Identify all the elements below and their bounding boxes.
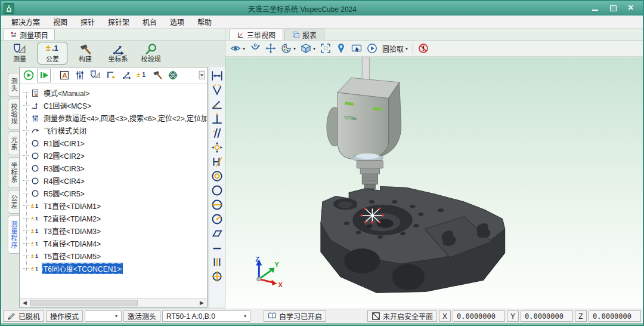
category-csys-button[interactable]: 坐标系	[103, 42, 133, 64]
category-measure-button[interactable]: 测量	[5, 42, 35, 64]
view-toolbar-fit-button[interactable]	[320, 42, 331, 55]
gdt-h-slash-button[interactable]	[210, 155, 224, 168]
tree-item[interactable]: ±1T1直径<TDIAM1>	[23, 199, 207, 212]
scroll-left-icon[interactable]: ◀	[20, 299, 29, 307]
tree-item[interactable]: 测量参数逼近<4>,回退<3>,搜索<6>,定位<2>,定位加<2>,测	[23, 112, 207, 124]
menu-item[interactable]: 帮助	[191, 15, 218, 29]
side-tab[interactable]: 元素	[8, 131, 19, 155]
gdt-angle-v-button[interactable]	[210, 84, 224, 97]
tree-item[interactable]: 飞行模式关闭	[23, 124, 207, 137]
straightness-icon	[210, 248, 224, 256]
view-toolbar-locate-button[interactable]	[336, 42, 346, 55]
tab-report[interactable]: 报表	[284, 29, 324, 40]
tree-item[interactable]: ±1T6同心度<TCONCEN1>	[23, 262, 207, 275]
scroll-right-icon[interactable]: ▶	[197, 299, 206, 307]
program-toolbar-measure-small-button[interactable]	[88, 69, 102, 82]
menu-item[interactable]: 机台	[136, 15, 163, 29]
menu-bar: 解决方案视图探针探针架机台选项帮助	[1, 16, 643, 29]
gdt-straightness-button[interactable]	[210, 241, 224, 254]
tree-item[interactable]: ±1T4直径<TDIAM4>	[23, 237, 207, 250]
tree-guide	[23, 93, 29, 93]
view-toolbar-eye-button[interactable]: ▾	[230, 42, 245, 55]
chevron-down-icon: ▾	[405, 46, 408, 51]
category-tolerance-button[interactable]: ±.1公差	[38, 42, 67, 64]
tree-item[interactable]: R5圆<CIR5>	[23, 187, 207, 199]
tree-item[interactable]: ±1T2直径<TDIAM2>	[23, 212, 207, 224]
recall-icon	[31, 102, 39, 110]
program-toolbar-auto-name-button[interactable]: A	[57, 69, 71, 82]
fit-icon	[320, 43, 331, 54]
gdt-roundness-button[interactable]	[210, 184, 224, 197]
tree-item[interactable]: R2圆<CIR2>	[23, 149, 207, 162]
program-toolbar-axes-button[interactable]	[119, 69, 133, 82]
view-toolbar-circle-pick-button[interactable]: 圆拾取▾	[382, 42, 408, 55]
side-tab[interactable]: 测量程序	[8, 216, 19, 254]
3d-viewport[interactable]: TZTEK	[225, 57, 643, 309]
view-toolbar-orbit-button[interactable]	[250, 42, 261, 55]
tree-item[interactable]: ±1T5直径<TDIAM5>	[23, 250, 207, 262]
offline-status-label: 已脱机	[18, 311, 40, 321]
tab-view3d[interactable]: 三维视图	[229, 29, 283, 40]
operation-mode-select[interactable]: ▾	[85, 310, 122, 322]
gdt-symmetry-button[interactable]	[210, 256, 224, 269]
gdt-flatness-button[interactable]	[210, 227, 224, 240]
scroll-thumb[interactable]	[30, 300, 138, 306]
side-tab[interactable]: 测头	[8, 73, 19, 97]
view-toolbar-stop-button[interactable]	[418, 42, 429, 55]
program-toolbar-step-button[interactable]	[37, 69, 51, 82]
menu-item[interactable]: 选项	[163, 15, 191, 29]
view-toolbar-pan-button[interactable]	[265, 42, 276, 55]
active-probe-select[interactable]: RT50-1 A:0,B:0▾	[162, 310, 250, 322]
program-tree[interactable]: 模式<Manual>C1回调<MCS>测量参数逼近<4>,回退<3>,搜索<6>…	[20, 84, 207, 298]
side-tab[interactable]: 公差	[8, 190, 19, 214]
tab-measurement-project[interactable]: 测量项目	[4, 29, 55, 40]
program-toolbar-tolerance-small-button[interactable]: ±1	[135, 69, 148, 82]
tree-item[interactable]: R1圆<CIR1>	[23, 137, 207, 149]
tree-item[interactable]: R3圆<CIR3>	[23, 162, 207, 174]
program-toolbar-run-button[interactable]	[21, 69, 35, 82]
tree-guide	[23, 105, 29, 106]
tree-item[interactable]: R4圆<CIR4>	[23, 174, 207, 187]
program-toolbar-more-button[interactable]	[199, 70, 205, 80]
gdt-point-position-button[interactable]	[210, 141, 224, 154]
gdt-distance-button[interactable]	[210, 69, 224, 82]
csys-icon	[112, 43, 125, 53]
category-construct-button[interactable]: 构建	[70, 42, 100, 64]
gdt-angle-button[interactable]	[210, 98, 224, 111]
tree-item[interactable]: ±1T3直径<TDIAM3>	[23, 224, 207, 237]
gdt-parallelism-button[interactable]	[210, 127, 224, 140]
gdt-runout-button[interactable]	[210, 213, 224, 226]
menu-item[interactable]: 视图	[47, 15, 74, 29]
view-toolbar-cube-button[interactable]: ▾	[301, 42, 315, 55]
program-toolbar-params-button[interactable]	[73, 69, 86, 82]
menu-item[interactable]: 探针架	[101, 15, 136, 29]
titlebar: 天准三坐标系统 VispecCube 2024	[1, 1, 643, 16]
gdt-cylindricity-button[interactable]	[210, 198, 224, 211]
menu-item[interactable]: 探针	[74, 15, 101, 29]
side-tab[interactable]: 坐标系	[8, 157, 19, 188]
minimize-button[interactable]	[590, 4, 600, 13]
side-tab[interactable]: 校验规	[8, 99, 19, 130]
tree-guide	[23, 243, 29, 244]
view-toolbar-appearance-button[interactable]: ▾	[281, 42, 296, 55]
gdt-position-button[interactable]	[210, 270, 224, 283]
program-toolbar-compass-button[interactable]	[166, 69, 179, 82]
category-gauge-button[interactable]: 校验规	[136, 42, 166, 64]
tree-guide	[23, 256, 29, 256]
tree-item[interactable]: C1回调<MCS>	[23, 99, 207, 112]
program-toolbar-corner-button[interactable]	[104, 69, 117, 82]
tree-item[interactable]: 模式<Manual>	[23, 87, 207, 99]
program-toolbar-construct-small-button[interactable]	[150, 69, 164, 82]
view-toolbar-autorun-button[interactable]	[367, 42, 377, 55]
view-toolbar-capture-button[interactable]	[351, 42, 362, 55]
gdt-concentricity-button[interactable]	[210, 170, 224, 183]
svg-text:±: ±	[31, 215, 34, 221]
restore-button[interactable]	[608, 4, 618, 13]
menu-item[interactable]: 解决方案	[5, 15, 47, 29]
tree-item-label: R1圆<CIR1>	[42, 137, 86, 149]
tolerance-small-icon: ±1	[137, 70, 147, 81]
gdt-perpendicularity-button[interactable]	[210, 112, 224, 125]
svg-text:±: ±	[137, 71, 140, 78]
tree-guide	[23, 205, 29, 206]
close-button[interactable]	[626, 4, 636, 13]
